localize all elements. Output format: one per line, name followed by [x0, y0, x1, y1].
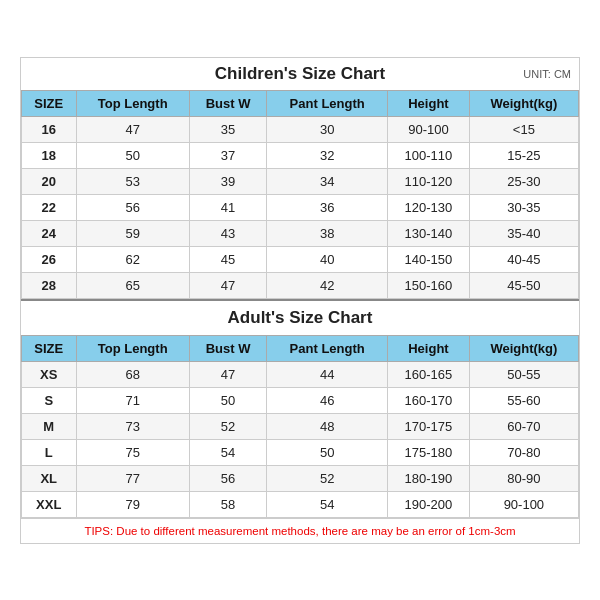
tips-row: TIPS: Due to different measurement metho… [21, 518, 579, 543]
table-cell: 52 [267, 465, 388, 491]
table-cell: 54 [189, 439, 266, 465]
table-cell: 45 [189, 246, 266, 272]
table-cell: 170-175 [388, 413, 470, 439]
table-cell: 130-140 [388, 220, 470, 246]
children-col-bust-w: Bust W [189, 90, 266, 116]
table-cell: 41 [189, 194, 266, 220]
table-cell: 28 [22, 272, 77, 298]
table-cell: 45-50 [469, 272, 578, 298]
table-cell: XXL [22, 491, 77, 517]
tips-text: TIPS: Due to different measurement metho… [84, 525, 515, 537]
adult-col-height: Height [388, 335, 470, 361]
table-row: 22564136120-13030-35 [22, 194, 579, 220]
table-cell: <15 [469, 116, 578, 142]
table-cell: 79 [76, 491, 189, 517]
table-cell: 48 [267, 413, 388, 439]
table-cell: 160-170 [388, 387, 470, 413]
table-cell: 35-40 [469, 220, 578, 246]
table-cell: 70-80 [469, 439, 578, 465]
table-cell: 18 [22, 142, 77, 168]
table-cell: 90-100 [388, 116, 470, 142]
adult-col-top-length: Top Length [76, 335, 189, 361]
table-cell: 52 [189, 413, 266, 439]
adult-title-row: Adult's Size Chart [21, 299, 579, 335]
table-cell: 53 [76, 168, 189, 194]
table-cell: 50 [76, 142, 189, 168]
table-cell: 36 [267, 194, 388, 220]
table-cell: 47 [189, 272, 266, 298]
table-cell: 75 [76, 439, 189, 465]
table-cell: 30-35 [469, 194, 578, 220]
table-row: S715046160-17055-60 [22, 387, 579, 413]
table-row: 1647353090-100<15 [22, 116, 579, 142]
table-cell: 38 [267, 220, 388, 246]
children-table: SIZE Top Length Bust W Pant Length Heigh… [21, 90, 579, 299]
table-cell: 56 [76, 194, 189, 220]
size-chart-container: Children's Size Chart UNIT: CM SIZE Top … [20, 57, 580, 544]
table-row: XS684744160-16550-55 [22, 361, 579, 387]
table-cell: 68 [76, 361, 189, 387]
table-cell: M [22, 413, 77, 439]
table-cell: 16 [22, 116, 77, 142]
table-row: M735248170-17560-70 [22, 413, 579, 439]
table-cell: 160-165 [388, 361, 470, 387]
children-col-size: SIZE [22, 90, 77, 116]
table-cell: 42 [267, 272, 388, 298]
table-cell: 50 [267, 439, 388, 465]
table-cell: 25-30 [469, 168, 578, 194]
table-cell: 140-150 [388, 246, 470, 272]
adult-header-row: SIZE Top Length Bust W Pant Length Heigh… [22, 335, 579, 361]
table-row: XXL795854190-20090-100 [22, 491, 579, 517]
table-row: 18503732100-11015-25 [22, 142, 579, 168]
adult-table: SIZE Top Length Bust W Pant Length Heigh… [21, 335, 579, 518]
adult-col-size: SIZE [22, 335, 77, 361]
table-cell: XL [22, 465, 77, 491]
children-chart-title: Children's Size Chart [215, 64, 385, 83]
table-cell: 90-100 [469, 491, 578, 517]
adult-col-pant-length: Pant Length [267, 335, 388, 361]
table-cell: 120-130 [388, 194, 470, 220]
table-cell: 65 [76, 272, 189, 298]
table-row: 20533934110-12025-30 [22, 168, 579, 194]
children-header-row: SIZE Top Length Bust W Pant Length Heigh… [22, 90, 579, 116]
table-cell: 46 [267, 387, 388, 413]
children-title-row: Children's Size Chart UNIT: CM [21, 58, 579, 90]
table-cell: 44 [267, 361, 388, 387]
table-cell: 39 [189, 168, 266, 194]
table-cell: 100-110 [388, 142, 470, 168]
table-cell: 77 [76, 465, 189, 491]
table-cell: 55-60 [469, 387, 578, 413]
table-cell: 56 [189, 465, 266, 491]
table-cell: 175-180 [388, 439, 470, 465]
table-cell: 30 [267, 116, 388, 142]
table-cell: 15-25 [469, 142, 578, 168]
table-cell: 40 [267, 246, 388, 272]
table-cell: 34 [267, 168, 388, 194]
table-cell: 47 [76, 116, 189, 142]
adult-chart-title: Adult's Size Chart [228, 308, 373, 327]
table-cell: 73 [76, 413, 189, 439]
children-col-height: Height [388, 90, 470, 116]
table-row: 26624540140-15040-45 [22, 246, 579, 272]
children-col-weight: Weight(kg) [469, 90, 578, 116]
table-cell: 47 [189, 361, 266, 387]
unit-label: UNIT: CM [523, 68, 571, 80]
children-col-top-length: Top Length [76, 90, 189, 116]
table-cell: 54 [267, 491, 388, 517]
table-cell: L [22, 439, 77, 465]
table-cell: 50 [189, 387, 266, 413]
table-cell: 20 [22, 168, 77, 194]
table-cell: 22 [22, 194, 77, 220]
table-cell: 24 [22, 220, 77, 246]
table-row: XL775652180-19080-90 [22, 465, 579, 491]
table-cell: 62 [76, 246, 189, 272]
table-cell: 110-120 [388, 168, 470, 194]
table-cell: XS [22, 361, 77, 387]
table-row: 28654742150-16045-50 [22, 272, 579, 298]
table-cell: 35 [189, 116, 266, 142]
adult-col-bust-w: Bust W [189, 335, 266, 361]
table-cell: 150-160 [388, 272, 470, 298]
table-cell: 71 [76, 387, 189, 413]
table-cell: 58 [189, 491, 266, 517]
table-cell: 190-200 [388, 491, 470, 517]
